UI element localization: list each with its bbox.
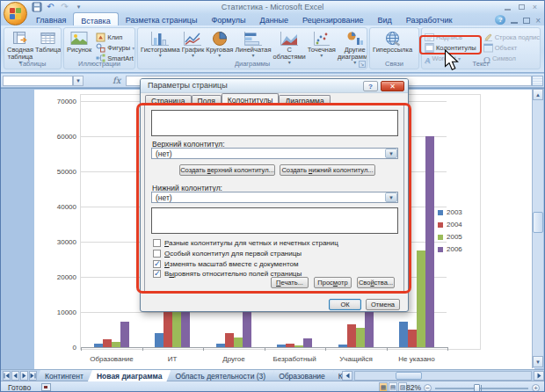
legend-item: 2003 [438,208,462,216]
dialog-title-bar[interactable]: Параметры страницы ? ✕ [141,79,408,93]
name-box-input[interactable] [3,76,73,86]
chart-bar-2004-6 [408,330,417,347]
ribbon-tab-row: ГлавнаяВставкаРазметка страницыФормулыДа… [1,14,544,25]
workbook-close-icon[interactable]: × [535,17,541,25]
office-button-icon[interactable] [4,2,27,25]
ribbon-group-caption: Текст [422,60,540,68]
dropdown-arrow-icon: ▾ [251,54,254,58]
ribbon-tab-5[interactable]: Данные [253,14,296,25]
cancel-button[interactable]: Отмена [366,299,400,310]
legend-label: 2003 [447,208,462,216]
ribbon-button-label: Сводная таблица [7,47,33,61]
chart-bar-2003-1 [94,344,103,347]
ribbon-group-2: РисунокКлипФигуры▾SmartArtИллюстрации [63,27,135,69]
ribbon-button-pie-chart[interactable]: Круговая▾ [205,29,234,58]
status-ready: Готово [8,383,31,392]
sheet-tab-row: КонтингентНовая диаграммаОбласть деятель… [1,369,544,381]
ribbon-button-signature-line: Строка подписи▾ [482,33,541,42]
chart-bar-2004-5 [347,324,356,347]
ribbon-group-caption: Связи [370,60,418,68]
titlebar-controls: × [505,4,537,11]
dropdown-arrow-icon: ▾ [218,54,221,58]
chart-bar-2005-6 [417,250,425,347]
ribbon-button-label: Другие диаграммы [338,47,367,61]
axis-tick [142,347,143,351]
scatter-chart-icon [313,30,331,47]
ribbon-group-4: ГиперссылкаСвязи [369,27,419,69]
vertical-scrollbar[interactable]: ▲ ▼ [532,89,543,368]
y-axis-label: 50000 [41,168,76,176]
ribbon-button-label: Таблица [35,47,61,54]
horizontal-scroll-thumb[interactable] [396,372,422,380]
ribbon-button-picture[interactable]: Рисунок [66,29,92,54]
x-axis-label: Учащийся [325,355,387,363]
excel-window: ↶↷▾ Статистика - Microsoft Excel × Главн… [0,0,545,392]
axis-tick [447,347,448,351]
ribbon-tab-3[interactable]: Разметка страницы [119,14,205,25]
ribbon-tab-2[interactable]: Вставка [73,12,118,25]
minimize-icon[interactable] [505,9,511,11]
ribbon-button-hyperlink[interactable]: Гиперссылка [372,29,413,54]
normal-view-icon[interactable]: ▦ [379,382,388,392]
axis-tick [203,347,204,351]
ribbon-tab-1[interactable]: Главная [29,14,73,25]
ribbon-button-label: Фигуры [107,44,130,52]
dropdown-arrow-icon: ▾ [192,54,194,58]
ribbon-group-3: Гистограмма▾График▾Круговая▾Линейчатая▾С… [137,27,367,69]
help-icon[interactable]: ? [495,15,505,25]
restore-icon[interactable] [519,4,525,10]
axis-tick [325,347,326,351]
zoom-slider[interactable] [435,388,528,389]
ribbon-button-table[interactable]: Таблица [34,29,62,54]
first-sheet-icon[interactable] [3,371,11,381]
insert-function-icon[interactable]: fx [113,76,120,86]
y-axis-label: 0 [41,344,76,352]
horizontal-scrollbar[interactable] [354,371,532,381]
workbook-restore-icon[interactable] [523,18,530,24]
hscroll-right-icon[interactable] [534,371,544,381]
page-layout-view-icon[interactable]: ▤ [389,382,397,392]
ribbon-button-column-chart[interactable]: Гистограмма▾ [140,29,181,58]
ribbon-tab-6[interactable]: Рецензирование [295,14,371,25]
name-box-dropdown-icon[interactable]: ▼ [73,76,84,86]
zoom-out-icon[interactable]: − [424,384,432,392]
ribbon-button-bar-chart[interactable]: Линейчатая▾ [234,29,272,58]
scroll-down-icon[interactable]: ▼ [533,356,543,367]
zoom-in-icon[interactable]: + [532,384,540,392]
dialog-launcher-icon[interactable]: ↘ [359,61,366,68]
office-logo-icon [10,8,21,19]
sheet-tab-2[interactable]: Новая диаграмма [88,370,171,381]
next-sheet-icon[interactable] [20,371,28,381]
vertical-scroll-thumb[interactable] [533,212,543,233]
axis-tick [265,347,265,351]
dialog-help-icon[interactable]: ? [363,81,378,91]
scroll-up-icon[interactable]: ▲ [533,89,543,100]
zoom-slider-thumb[interactable] [474,384,480,392]
other-charts-icon [346,30,364,47]
ribbon-tab-4[interactable]: Формулы [204,14,252,25]
ribbon-button-line-chart[interactable]: График▾ [181,29,206,58]
hscroll-left-icon[interactable] [342,371,352,381]
chart-bar-2003-2 [155,333,164,347]
dialog-close-icon[interactable]: ✕ [381,81,404,91]
chart-bar-2005-3 [234,338,243,347]
legend-item: 2004 [438,221,462,229]
workbook-controls: ? × [495,15,541,25]
table-icon [40,30,56,47]
ribbon-tab-7[interactable]: Вид [371,14,399,25]
close-icon[interactable]: × [533,4,537,11]
y-axis-label: 40000 [41,203,76,211]
split-handle[interactable] [532,76,543,86]
ribbon-button-scatter-chart[interactable]: Точечная▾ [307,29,337,58]
zoom-level[interactable]: 82% [406,383,421,392]
ribbon-tab-8[interactable]: Разработчик [399,14,459,25]
workbook-minimize-icon[interactable] [511,22,518,24]
dropdown-arrow-icon: ▾ [320,54,323,58]
area-chart-icon [280,30,299,47]
macro-record-icon[interactable] [41,383,51,391]
chart-bar-2004-4 [286,344,294,347]
dialog-title: Параметры страницы [148,81,228,90]
prev-sheet-icon[interactable] [11,371,19,381]
chart-bar-2003-4 [277,345,286,347]
ok-button[interactable]: ОК [329,299,361,310]
